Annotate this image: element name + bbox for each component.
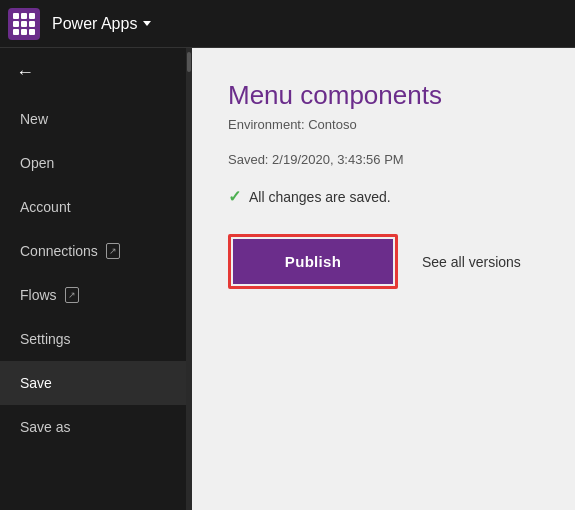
content-area: Menu components Environment: Contoso Sav… (192, 48, 575, 510)
sidebar-item-settings-label: Settings (20, 331, 71, 347)
waffle-grid (13, 13, 35, 35)
sidebar-item-connections-label: Connections (20, 243, 98, 259)
scroll-thumb (187, 52, 191, 72)
sidebar-item-open[interactable]: Open (0, 141, 186, 185)
sidebar-item-new[interactable]: New (0, 97, 186, 141)
sidebar-item-save-as[interactable]: Save as (0, 405, 186, 449)
waffle-icon[interactable] (8, 8, 40, 40)
publish-button[interactable]: Publish (233, 239, 393, 284)
sidebar-item-save-as-label: Save as (20, 419, 71, 435)
back-button[interactable]: ← (0, 52, 186, 93)
saved-status-text: All changes are saved. (249, 189, 391, 205)
back-arrow-icon: ← (16, 62, 34, 83)
sidebar-item-save-label: Save (20, 375, 52, 391)
sidebar-item-open-label: Open (20, 155, 54, 171)
content-title: Menu components (228, 80, 539, 111)
chevron-down-icon (143, 21, 151, 26)
sidebar-item-flows-label: Flows (20, 287, 57, 303)
sidebar-item-flows[interactable]: Flows ↗ (0, 273, 186, 317)
actions-row: Publish See all versions (228, 234, 539, 289)
external-link-icon: ↗ (106, 243, 120, 259)
main-layout: ← New Open Account Connections ↗ Flows ↗… (0, 48, 575, 510)
scroll-track[interactable] (186, 48, 192, 510)
see-all-versions-link[interactable]: See all versions (422, 254, 521, 270)
content-saved-time: Saved: 2/19/2020, 3:43:56 PM (228, 152, 539, 167)
external-link-icon-flows: ↗ (65, 287, 79, 303)
sidebar: ← New Open Account Connections ↗ Flows ↗… (0, 48, 186, 510)
sidebar-item-connections[interactable]: Connections ↗ (0, 229, 186, 273)
sidebar-item-account[interactable]: Account (0, 185, 186, 229)
checkmark-icon: ✓ (228, 187, 241, 206)
content-environment: Environment: Contoso (228, 117, 539, 132)
sidebar-item-account-label: Account (20, 199, 71, 215)
saved-status-row: ✓ All changes are saved. (228, 187, 539, 206)
app-name-text: Power Apps (52, 15, 137, 33)
sidebar-item-new-label: New (20, 111, 48, 127)
app-name-label[interactable]: Power Apps (52, 15, 151, 33)
sidebar-item-save[interactable]: Save (0, 361, 186, 405)
sidebar-item-settings[interactable]: Settings (0, 317, 186, 361)
topbar: Power Apps (0, 0, 575, 48)
publish-button-wrapper: Publish (228, 234, 398, 289)
